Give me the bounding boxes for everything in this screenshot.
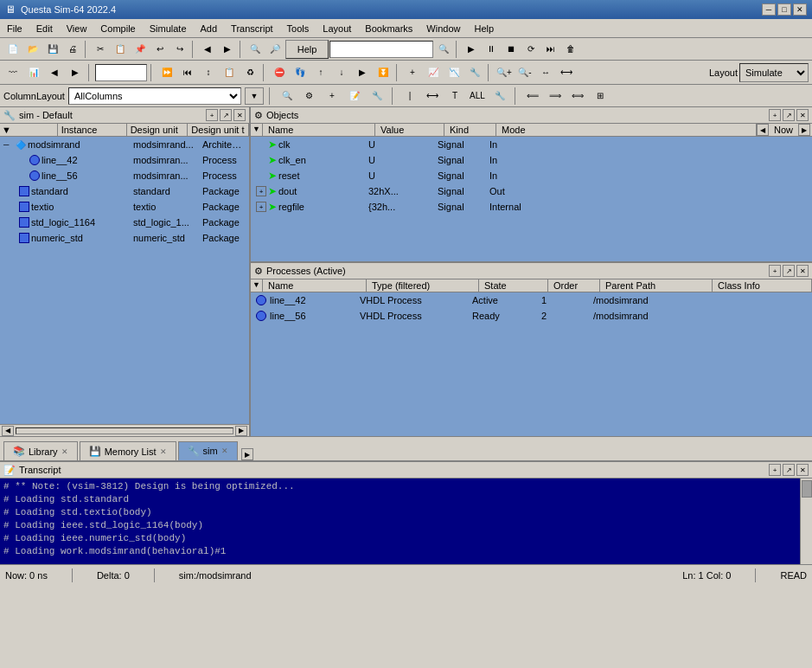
instance-col-name[interactable]: Instance — [58, 124, 127, 136]
col-btn8[interactable]: T — [445, 87, 464, 106]
instance-tree[interactable]: ─ 🔷 modsimrand modsimrand... Architectur… — [0, 137, 249, 424]
step2-btn[interactable]: ↑ — [311, 63, 330, 82]
menu-view[interactable]: View — [60, 19, 94, 37]
obj-panel-close[interactable]: ✕ — [796, 109, 809, 121]
obj-nav-next[interactable]: ▶ — [798, 124, 810, 136]
col-btn13[interactable]: ⟺ — [568, 87, 587, 106]
processes-content[interactable]: line__42 VHDL Process Active 1 /modsimra… — [251, 292, 812, 436]
col-btn5[interactable]: 🔧 — [368, 87, 387, 106]
obj-col-mode[interactable]: Mode — [496, 124, 757, 136]
obj-row[interactable]: + ➤ regfile {32h... Signal Internal — [251, 199, 812, 215]
transcript-pop[interactable]: ↗ — [783, 464, 795, 476]
sim-btn5[interactable]: ⏭ — [541, 40, 560, 59]
col-btn1[interactable]: 🔍 — [278, 87, 297, 106]
scroll-left-btn[interactable]: ◀ — [2, 426, 14, 436]
sim-btn6[interactable]: 🗑 — [561, 40, 580, 59]
instance-panel-add[interactable]: + — [206, 109, 218, 121]
proc-col-type[interactable]: Type (filtered) — [367, 279, 479, 292]
proc-col-state[interactable]: State — [479, 279, 548, 292]
run-btn2[interactable]: ⏮ — [178, 63, 197, 82]
menu-add[interactable]: Add — [194, 19, 225, 37]
open-btn[interactable]: 📂 — [23, 40, 42, 59]
cut-btn[interactable]: ✂ — [91, 40, 110, 59]
forward-btn[interactable]: ▶ — [218, 40, 237, 59]
tree-row[interactable]: ─ 🔷 modsimrand modsimrand... Architectur… — [0, 137, 249, 152]
col-btn12[interactable]: ⟹ — [546, 87, 565, 106]
tree-row[interactable]: standard standard Package — [0, 183, 249, 199]
col-btn7[interactable]: ⟷ — [423, 87, 442, 106]
undo-btn[interactable]: ↩ — [150, 40, 169, 59]
menu-edit[interactable]: Edit — [29, 19, 60, 37]
close-button[interactable]: ✕ — [793, 3, 807, 16]
step3-btn[interactable]: ↓ — [332, 63, 351, 82]
run-btn4[interactable]: 📋 — [220, 63, 239, 82]
tree-row[interactable]: line__56 modsimran... Process — [0, 168, 249, 183]
tab-sim-close[interactable]: ✕ — [221, 446, 228, 455]
proc-col-name[interactable]: Name — [263, 279, 367, 292]
tab-library-close[interactable]: ✕ — [61, 447, 68, 456]
time-input[interactable]: 100 ns — [95, 64, 147, 81]
tabs-overflow-btn[interactable]: ▶ — [241, 448, 253, 460]
search-btn[interactable]: 🔍 — [246, 40, 265, 59]
obj-row[interactable]: ➤ clk_en U Signal In — [251, 152, 812, 168]
zoom-btn3[interactable]: ↔ — [536, 63, 555, 82]
menu-compile[interactable]: Compile — [93, 19, 142, 37]
menu-file[interactable]: File — [0, 19, 29, 37]
expand-icon[interactable]: ─ — [3, 140, 14, 149]
menu-help[interactable]: Help — [467, 19, 501, 37]
scroll-right-btn[interactable]: ▶ — [235, 426, 247, 436]
stop-btn[interactable]: ⛔ — [270, 63, 289, 82]
instance-panel-close[interactable]: ✕ — [233, 109, 246, 121]
proc-panel-close[interactable]: ✕ — [796, 265, 809, 277]
sim-btn1[interactable]: ▶ — [462, 40, 481, 59]
col-btn14[interactable]: ⊞ — [591, 87, 610, 106]
search2-btn[interactable]: 🔎 — [265, 40, 285, 59]
help-btn[interactable]: Help — [285, 40, 329, 59]
obj-nav-prev[interactable]: ◀ — [757, 124, 769, 136]
obj-row[interactable]: ➤ clk U Signal In — [251, 137, 812, 152]
new-btn[interactable]: 📄 — [3, 40, 22, 59]
proc-col-class[interactable]: Class Info — [713, 279, 812, 292]
proc-row[interactable]: line__42 VHDL Process Active 1 /modsimra… — [251, 292, 812, 308]
add-wave-btn1[interactable]: + — [403, 63, 422, 82]
wave-btn3[interactable]: ◀ — [45, 63, 64, 82]
obj-col-name[interactable]: Name — [263, 124, 375, 136]
transcript-close[interactable]: ✕ — [796, 464, 809, 476]
zoom-btn2[interactable]: 🔍- — [515, 63, 534, 82]
proc-panel-add[interactable]: + — [769, 265, 781, 277]
proc-col-path[interactable]: Parent Path — [600, 279, 713, 292]
proc-panel-pop[interactable]: ↗ — [783, 265, 795, 277]
transcript-content[interactable]: # ** Note: (vsim-3812) Design is being o… — [0, 479, 800, 564]
add-wave-btn3[interactable]: 📉 — [444, 63, 464, 82]
instance-col-type[interactable]: Design unit t — [188, 124, 249, 136]
layout-select[interactable]: Simulate Debug — [739, 63, 809, 82]
obj-panel-add[interactable]: + — [769, 109, 781, 121]
finish-btn[interactable]: ⏬ — [374, 63, 393, 82]
proc-row[interactable]: line__56 VHDL Process Ready 2 /modsimran… — [251, 308, 812, 324]
menu-tools[interactable]: Tools — [280, 19, 316, 37]
add-wave-btn2[interactable]: 📈 — [424, 63, 443, 82]
obj-panel-pop[interactable]: ↗ — [783, 109, 795, 121]
col-btn4[interactable]: 📝 — [345, 87, 364, 106]
help-go-btn[interactable]: 🔍 — [434, 40, 453, 59]
proc-sort-icon[interactable]: ▼ — [251, 279, 263, 292]
sim-btn3[interactable]: ⏹ — [502, 40, 521, 59]
wave-btn2[interactable]: 📊 — [24, 63, 43, 82]
obj-col-value[interactable]: Value — [375, 124, 444, 136]
instance-panel-pop[interactable]: ↗ — [220, 109, 232, 121]
back-btn[interactable]: ◀ — [198, 40, 217, 59]
expand-box[interactable]: + — [256, 186, 266, 196]
col-btn9[interactable]: ALL — [468, 87, 487, 106]
continue-btn[interactable]: ▶ — [353, 63, 372, 82]
col-btn11[interactable]: ⟸ — [523, 87, 542, 106]
tab-sim[interactable]: 🔧 sim ✕ — [178, 441, 238, 460]
run-btn3[interactable]: ↕ — [199, 63, 218, 82]
menu-window[interactable]: Window — [419, 19, 467, 37]
transcript-add[interactable]: + — [769, 464, 781, 476]
instance-col-sort[interactable]: ▼ — [0, 124, 58, 136]
print-btn[interactable]: 🖨 — [63, 40, 82, 59]
sim-btn4[interactable]: ⟳ — [521, 40, 540, 59]
maximize-button[interactable]: □ — [777, 3, 791, 16]
expand-box2[interactable]: + — [256, 202, 266, 212]
left-panel-scrollbar[interactable]: ◀ ▶ — [0, 424, 249, 436]
